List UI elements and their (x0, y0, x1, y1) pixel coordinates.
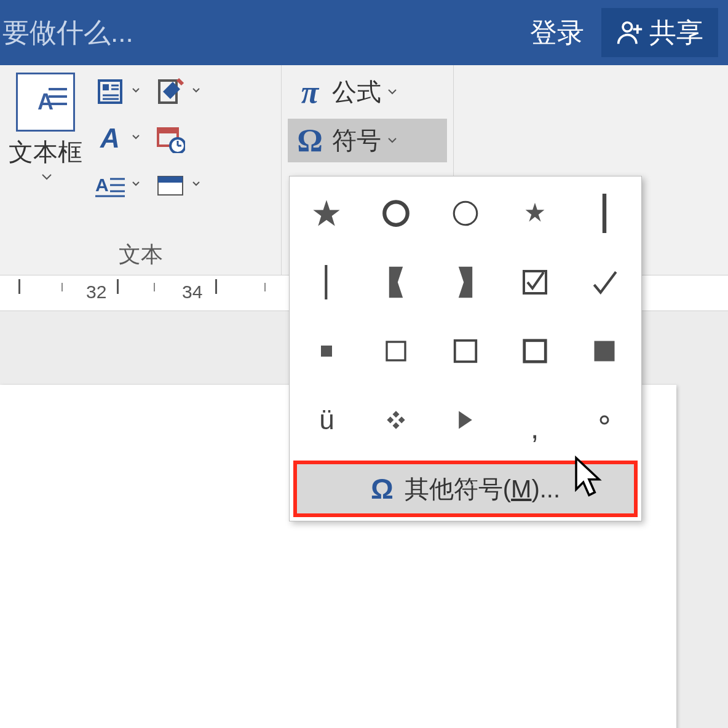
svg-rect-31 (594, 341, 614, 362)
more-symbols-label: 其他符号(M)... (405, 472, 560, 506)
dropdown-icon (132, 134, 140, 143)
svg-point-0 (623, 23, 632, 32)
svg-point-22 (384, 202, 408, 225)
quick-parts-icon (93, 75, 127, 108)
symbol-cell-square-outline-2[interactable] (431, 317, 501, 386)
symbol-button[interactable]: Ω 符号 (288, 119, 447, 162)
quick-parts-button[interactable] (91, 70, 143, 113)
symbol-cell-star-filled[interactable] (292, 179, 362, 248)
omega-icon: Ω (371, 472, 394, 505)
dropdown-icon (132, 181, 140, 189)
symbol-cell-circle-bold[interactable] (362, 179, 431, 248)
symbol-cell-u-diaeresis[interactable]: ü (292, 386, 362, 454)
cursor-icon (572, 455, 606, 501)
symbol-cell-diamond-cluster[interactable] (362, 386, 431, 454)
dropdown-icon (387, 88, 396, 97)
symbol-cell-circle-thin[interactable] (431, 179, 501, 248)
symbol-grid: ü , (290, 176, 641, 457)
text-mini-buttons: A A (91, 70, 203, 207)
login-button[interactable]: 登录 (530, 15, 584, 51)
date-time-icon (154, 122, 187, 155)
tell-me-prompt[interactable]: 要做什么... (0, 15, 133, 51)
wordart-icon: A (93, 122, 127, 155)
textbox-icon: A (16, 73, 75, 132)
drop-cap-icon: A (93, 168, 127, 202)
symbol-cell-checkmark[interactable] (569, 248, 639, 317)
svg-rect-25 (325, 265, 328, 299)
symbol-cell-star-outline[interactable] (500, 179, 569, 248)
symbol-cell-triangle-right[interactable] (431, 386, 501, 454)
svg-rect-11 (158, 129, 178, 133)
signature-line-button[interactable] (151, 70, 203, 113)
symbol-cell-comma[interactable]: , (500, 386, 569, 454)
dropdown-icon (387, 136, 396, 145)
textbox-label: 文本框 (9, 135, 82, 169)
equation-label: 公式 (332, 75, 381, 109)
svg-rect-24 (602, 194, 606, 233)
omega-icon: Ω (294, 122, 326, 159)
svg-point-32 (601, 416, 608, 424)
person-share-icon (616, 19, 643, 46)
share-label: 共享 (649, 15, 703, 51)
svg-rect-29 (455, 341, 477, 362)
dropdown-icon (132, 87, 140, 96)
title-bar: 要做什么... 登录 共享 (0, 0, 728, 65)
symbol-cell-checkbox-checked[interactable] (500, 248, 569, 317)
signature-icon (154, 75, 187, 108)
object-icon (154, 168, 187, 202)
equation-button[interactable]: π 公式 (288, 70, 447, 114)
group-label-text: 文本 (6, 237, 275, 271)
dropdown-icon (192, 181, 200, 189)
pi-icon: π (294, 74, 326, 110)
svg-rect-27 (321, 346, 332, 357)
title-right-actions: 登录 共享 (530, 8, 718, 57)
symbol-cell-pipe[interactable] (292, 248, 362, 317)
svg-text:A: A (95, 175, 109, 195)
dropdown-icon (192, 87, 200, 96)
ribbon-group-text: A 文本框 (0, 65, 282, 275)
symbol-cell-right-bracket-shape[interactable] (362, 248, 431, 317)
object-button[interactable] (151, 164, 203, 207)
svg-rect-4 (103, 84, 109, 90)
ruler-mark: 32 (86, 282, 106, 303)
share-button[interactable]: 共享 (601, 8, 718, 57)
ruler-mark: 34 (182, 282, 202, 303)
symbol-label: 符号 (332, 124, 381, 157)
dropdown-icon (41, 173, 50, 181)
drop-cap-button[interactable]: A (91, 164, 143, 207)
svg-rect-21 (158, 176, 183, 183)
textbox-button[interactable]: A 文本框 (6, 70, 85, 181)
symbol-cell-square-filled[interactable] (569, 317, 639, 386)
symbol-cell-small-square[interactable] (292, 317, 362, 386)
symbol-cell-left-bracket-shape[interactable] (431, 248, 501, 317)
svg-point-23 (454, 202, 477, 225)
svg-rect-30 (524, 341, 546, 362)
symbol-cell-small-circle[interactable] (569, 386, 639, 454)
symbol-cell-square-outline-1[interactable] (362, 317, 431, 386)
symbol-cell-vertical-bar[interactable] (569, 179, 639, 248)
wordart-button[interactable]: A (91, 117, 143, 160)
symbol-cell-square-outline-3[interactable] (500, 317, 569, 386)
svg-rect-28 (387, 342, 405, 360)
date-time-button[interactable] (151, 117, 203, 160)
